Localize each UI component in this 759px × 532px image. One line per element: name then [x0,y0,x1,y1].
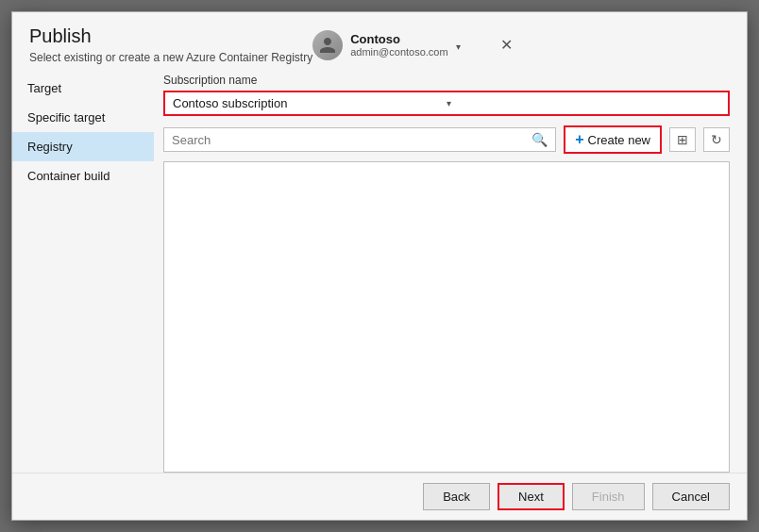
user-dropdown-arrow[interactable]: ▾ [456,42,461,52]
close-button[interactable]: ✕ [495,36,518,55]
user-name: Contoso [350,32,448,46]
user-info: Contoso admin@contoso.com ▾ [312,30,461,60]
sidebar-item-specific-target[interactable]: Specific target [12,103,154,132]
grid-view-button[interactable]: ⊞ [669,127,696,152]
header-top: Publish Select existing or create a new … [29,25,518,64]
sidebar-item-registry[interactable]: Registry [12,132,154,161]
search-box: 🔍 [163,127,556,152]
subscription-section: Subscription name Contoso subscription ▾ [163,74,730,116]
create-new-button[interactable]: + Create new [564,125,662,154]
cancel-button[interactable]: Cancel [652,483,730,510]
create-new-label: Create new [588,133,650,147]
user-avatar-icon [318,36,337,55]
dialog-subtitle: Select existing or create a new Azure Co… [29,51,312,64]
publish-dialog: Publish Select existing or create a new … [11,11,748,521]
dialog-header: Publish Select existing or create a new … [12,12,747,64]
sidebar: Target Specific target Registry Containe… [12,74,154,473]
next-button[interactable]: Next [498,483,565,510]
header-right: Contoso admin@contoso.com ▾ ✕ [312,30,518,60]
refresh-icon: ↻ [711,132,722,147]
main-content: Subscription name Contoso subscription ▾… [154,74,747,473]
registry-list [163,161,730,473]
grid-icon: ⊞ [677,132,688,147]
plus-icon: + [575,131,583,148]
subscription-dropdown[interactable]: Contoso subscription ▾ [163,91,730,116]
finish-button[interactable]: Finish [572,483,645,510]
toolbar: 🔍 + Create new ⊞ ↻ [163,125,730,154]
sidebar-item-container-build[interactable]: Container build [12,161,154,191]
dialog-title: Publish [29,25,312,47]
user-details: Contoso admin@contoso.com [350,32,448,58]
refresh-button[interactable]: ↻ [703,127,730,152]
sidebar-item-target[interactable]: Target [12,74,154,103]
avatar [312,30,343,60]
user-email: admin@contoso.com [350,46,448,58]
subscription-arrow: ▾ [447,98,720,108]
subscription-label: Subscription name [163,74,730,87]
subscription-value: Contoso subscription [173,96,447,110]
search-input[interactable] [172,133,531,147]
back-button[interactable]: Back [423,483,490,510]
title-block: Publish Select existing or create a new … [29,25,312,64]
header-title-area: Publish Select existing or create a new … [29,25,518,64]
dialog-body: Target Specific target Registry Containe… [12,64,747,473]
search-icon: 🔍 [531,132,548,147]
dialog-footer: Back Next Finish Cancel [12,473,747,520]
